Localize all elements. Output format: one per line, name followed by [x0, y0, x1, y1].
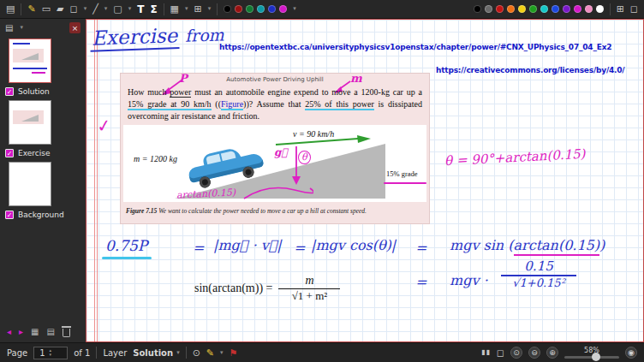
shape-tool-icon[interactable]: ▢ [113, 4, 122, 14]
next-layer-icon[interactable]: ▸ [19, 328, 23, 336]
layer-label-background[interactable]: Background [18, 211, 64, 219]
layer-row-solution: ✓ Solution [5, 87, 86, 96]
spin-down-icon[interactable]: ▾ [50, 353, 52, 358]
color-swatch[interactable] [529, 5, 537, 13]
zoom-in-button[interactable]: ⊕ [546, 347, 558, 359]
status-bar: Page 1 ▴▾ of 1 Layer Solution ▾ ⊙ ✎ ▾ ⚑ … [0, 342, 644, 362]
spinbox-arrows[interactable]: ▴▾ [50, 348, 52, 358]
close-sidebar-button[interactable]: × [69, 22, 80, 33]
source-url-link[interactable]: https://opentextbc.ca/universityphysicsv… [219, 43, 611, 51]
color-swatch[interactable] [552, 5, 559, 13]
snap-grid-icon[interactable]: ⊞ [617, 4, 624, 14]
text-segment: power [170, 87, 191, 98]
math-tex-tool-icon[interactable]: Σ [150, 4, 157, 15]
theta-annotation: θ [298, 151, 311, 164]
pen-tool-icon[interactable]: ✎ [27, 4, 35, 14]
eq1-lhs-underline [102, 257, 152, 259]
color-swatch[interactable] [224, 5, 231, 13]
bookmark-flag-icon[interactable]: ⚑ [230, 348, 238, 358]
zoom-fit-button[interactable]: ⊙ [510, 347, 522, 359]
zoom-out-button[interactable]: ⊖ [528, 347, 540, 359]
layer-label-solution[interactable]: Solution [18, 87, 50, 96]
line-tool-icon[interactable]: ╱ [92, 4, 98, 14]
color-swatch[interactable] [485, 5, 492, 13]
layer-thumbnail-background[interactable] [9, 162, 51, 206]
frame-icon[interactable]: ◻ [497, 348, 504, 358]
color-swatch[interactable] [574, 5, 581, 13]
chevron-down-icon[interactable]: ▾ [185, 6, 188, 12]
layer-thumbnail-exercise[interactable] [9, 100, 51, 145]
zoom-slider-knob[interactable] [592, 353, 600, 361]
eq1-lhs: 0.75P [105, 237, 147, 254]
chevron-down-icon[interactable]: ▾ [293, 6, 296, 12]
problem-card: Automotive Power Driving Uphill P m How … [121, 74, 429, 223]
chevron-down-icon[interactable]: ▾ [220, 350, 224, 356]
pause-icon[interactable]: ▮▮ [481, 349, 491, 356]
preview-mode-icon[interactable]: ▤ [5, 23, 13, 33]
latex-denominator: √1 + m² [278, 290, 340, 302]
handwritten-title-word: Exercise [90, 24, 180, 52]
statusbar-separator [186, 347, 187, 359]
prev-layer-icon[interactable]: ◂ [7, 328, 11, 336]
fullscreen-icon[interactable]: ◻ [630, 4, 638, 14]
color-swatch[interactable] [540, 5, 548, 13]
zoom-slider[interactable] [564, 356, 619, 359]
toolbar-separator [164, 3, 164, 15]
color-swatch[interactable] [268, 5, 276, 13]
color-swatch[interactable] [585, 5, 593, 13]
margin-line [94, 20, 98, 341]
chevron-down-icon[interactable]: ▾ [20, 25, 23, 31]
eq1-term-cos: |mgv cos(θ)| [311, 237, 396, 253]
grade-underline [384, 182, 426, 184]
text-segment: How much [128, 87, 170, 97]
eraser-tool-icon[interactable]: ▭ [42, 4, 51, 14]
trash-icon[interactable] [63, 329, 70, 337]
layer-combobox[interactable]: Solution ▾ [133, 348, 179, 358]
chevron-down-icon[interactable]: ▾ [104, 6, 108, 12]
layer-checkbox-background[interactable]: ✓ [5, 211, 14, 219]
color-swatch[interactable] [518, 5, 526, 13]
color-swatch[interactable] [257, 5, 265, 13]
layer-checkbox-solution[interactable]: ✓ [5, 87, 14, 96]
page-canvas[interactable]: Exercisefrom https://opentextbc.ca/unive… [86, 19, 644, 342]
default-tool-icon[interactable]: ⊙ [193, 348, 200, 358]
layer-checkbox-exercise[interactable]: ✓ [5, 149, 14, 157]
pages-view-icon[interactable]: ▤ [47, 328, 55, 336]
color-swatch[interactable] [563, 5, 570, 13]
chevron-down-icon[interactable]: ▾ [208, 6, 212, 12]
figure-link[interactable]: Figure [221, 99, 243, 110]
figure-caption-label: Figure 7.15 [126, 207, 157, 215]
layer-label: Layer [103, 348, 127, 358]
zoom-control: 58% [564, 347, 619, 359]
figure-caption: Figure 7.15 We want to calculate the pow… [126, 207, 424, 215]
highlighter-tool-icon[interactable]: ▰ [57, 4, 63, 14]
color-swatch[interactable] [496, 5, 504, 13]
layer-label-exercise[interactable]: Exercise [18, 149, 50, 157]
layer-thumbnail-solution[interactable] [9, 39, 51, 83]
gravity-annotation-label: g⃗ [274, 146, 288, 158]
grid-view-icon[interactable]: ▦ [31, 328, 39, 336]
toolbar-separator [610, 3, 611, 15]
sidebar-toggle-icon[interactable]: ▤ [6, 4, 15, 14]
arctan-annotation-label: arctan(0.15) [176, 187, 236, 201]
color-swatch[interactable] [235, 5, 242, 13]
license-url-link[interactable]: https://creativecommons.org/licenses/by/… [436, 66, 624, 74]
chevron-down-icon[interactable]: ▾ [128, 6, 132, 12]
equals-sign: = [415, 274, 426, 290]
color-swatch[interactable] [474, 5, 481, 13]
eq2-denominator: √1+0.15² [501, 277, 576, 289]
pen-settings-icon[interactable]: ✎ [206, 348, 214, 358]
grid-snapping-icon[interactable]: ▦ [170, 4, 179, 14]
chevron-down-icon[interactable]: ▾ [84, 6, 87, 12]
zoom-100-button[interactable]: ◉ [625, 347, 637, 359]
color-swatch[interactable] [246, 5, 253, 13]
layer-sidebar: ▤ ▾ × ✓ Solution ✓ Exercise [0, 19, 86, 342]
select-tool-icon[interactable]: ◻ [70, 4, 78, 14]
color-swatch[interactable] [279, 5, 287, 13]
equals-sign: = [294, 240, 305, 256]
color-swatch[interactable] [596, 5, 604, 13]
page-number-spinbox[interactable]: 1 ▴▾ [33, 347, 68, 359]
page-template-icon[interactable]: ⊞ [194, 4, 202, 14]
text-tool-icon[interactable]: T [137, 4, 144, 15]
color-swatch[interactable] [507, 5, 515, 13]
